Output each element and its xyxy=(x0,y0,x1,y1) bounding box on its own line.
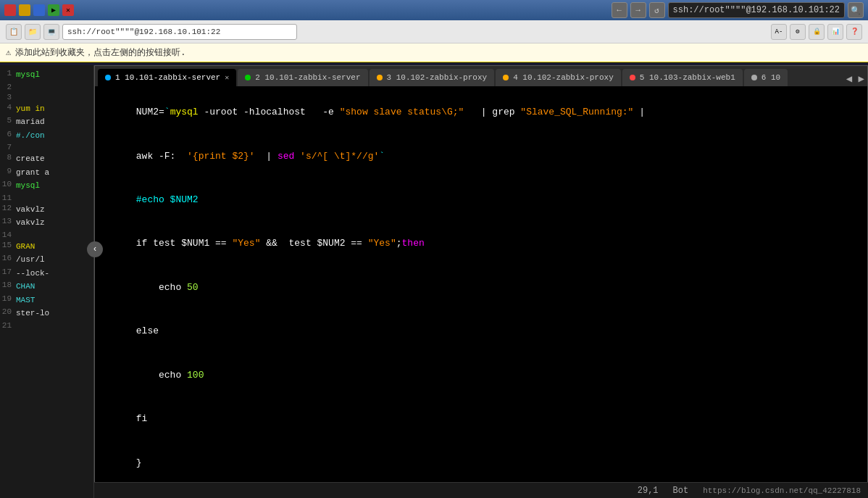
menu-btn-2[interactable]: 📁 xyxy=(25,24,41,40)
terminal-window[interactable]: 1 10.101-zabbix-server ✕ 2 10.101-zabbix… xyxy=(94,65,868,498)
tab-5[interactable]: 5 10.103-zabbix-web1 xyxy=(622,69,743,86)
sidebar-line-8: 8 create xyxy=(0,152,93,166)
tab-bar: 1 10.101-zabbix-server ✕ 2 10.101-zabbix… xyxy=(95,66,867,86)
ssh-address[interactable]: ssh://root""""@192.168.10.101:22 xyxy=(62,24,297,40)
tab-label-4: 4 10.102-zabbix-proxy xyxy=(513,73,614,82)
sidebar-line-18: 18 CHAN xyxy=(0,280,93,294)
sidebar-line-4: 4 yum in xyxy=(0,102,93,116)
tab-label-5: 5 10.103-zabbix-web1 xyxy=(640,73,735,82)
tab-2[interactable]: 2 10.101-zabbix-server xyxy=(238,69,367,86)
tab-dot-6 xyxy=(751,75,757,80)
toolbar-icon-4[interactable]: ▶ xyxy=(48,4,59,16)
sidebar: 1 mysql 2 3 4 yum in 5 mariad 6 #./con 7… xyxy=(0,65,94,498)
code-line-echo100: echo 100 xyxy=(102,354,860,397)
toolbar-extra-3[interactable]: 🔒 xyxy=(809,24,825,40)
tab-dot-4 xyxy=(503,75,509,80)
sidebar-line-5: 5 mariad xyxy=(0,115,93,129)
nav-forward[interactable]: → xyxy=(630,2,646,18)
tab-dot-5 xyxy=(630,75,635,80)
sidebar-line-10: 10 mysql xyxy=(0,179,93,193)
code-line-num2: NUM2=`mysql -uroot -hlocalhost -e "show … xyxy=(102,91,860,134)
tab-1[interactable]: 1 10.101-zabbix-server ✕ xyxy=(98,69,236,86)
sidebar-line-11: 11 xyxy=(0,193,93,203)
toolbar-icon-3[interactable] xyxy=(33,4,45,16)
toolbar-extra-1[interactable]: A- xyxy=(771,24,787,40)
sidebar-line-2: 2 xyxy=(0,82,93,92)
os-toolbar: ▶ ✕ ← → ↺ ssh://root""""@192.168.10.101:… xyxy=(0,0,868,20)
sidebar-line-9: 9 grant a xyxy=(0,166,93,180)
code-line-awk: awk -F: '{print $2}' | sed 's/^[ \t]*//g… xyxy=(102,134,860,178)
tab-label-2: 2 10.101-zabbix-server xyxy=(255,73,360,82)
tab-label-3: 3 10.102-zabbix-proxy xyxy=(387,73,488,82)
tab-label-1: 1 10.101-zabbix-server xyxy=(115,73,220,82)
sidebar-line-6: 6 #./con xyxy=(0,129,93,143)
tab-dot-2 xyxy=(245,75,251,80)
code-line-else: else xyxy=(102,310,860,353)
sidebar-line-20: 20 ster-lo xyxy=(0,307,93,320)
menu-btn-1[interactable]: 📋 xyxy=(6,24,22,40)
tab-4[interactable]: 4 10.102-zabbix-proxy xyxy=(496,69,621,86)
sidebar-line-14: 14 xyxy=(0,230,93,240)
tab-label-6: 6 10 xyxy=(761,73,780,82)
code-line-fi: fi xyxy=(102,397,860,441)
address-bar[interactable]: ssh://root""""@192.168.10.101:22 xyxy=(668,2,845,18)
sidebar-line-15: 15 GRAN xyxy=(0,240,93,254)
toolbar-icon-5[interactable]: ✕ xyxy=(62,4,74,16)
collapse-sidebar-button[interactable]: ‹ xyxy=(87,241,103,257)
code-line-echo-num2: #echo $NUM2 xyxy=(102,178,860,222)
toolbar-icon-2[interactable] xyxy=(19,4,30,16)
nav-refresh[interactable]: ↺ xyxy=(649,2,665,18)
notification-text: 添加此站到收藏夹，点击左侧的的按钮接听. xyxy=(15,46,185,59)
toolbar-extra-2[interactable]: ⚙ xyxy=(790,24,806,40)
toolbar-extra-4[interactable]: 📊 xyxy=(827,24,843,40)
notification-bar: ⚠ 添加此站到收藏夹，点击左侧的的按钮接听. xyxy=(0,43,868,62)
toolbar-icon-1[interactable] xyxy=(4,4,16,16)
tab-dot-3 xyxy=(377,75,383,80)
terminal-content[interactable]: NUM2=`mysql -uroot -hlocalhost -e "show … xyxy=(95,86,867,497)
code-line-echo50: echo 50 xyxy=(102,266,860,310)
code-line-brace: } xyxy=(102,441,860,484)
toolbar-extra-5[interactable]: ❓ xyxy=(846,24,862,40)
status-url: https://blog.csdn.net/qq_42227818 xyxy=(703,486,861,495)
sidebar-line-21: 21 xyxy=(0,320,93,331)
code-line-if: if test $NUM1 == "Yes" && test $NUM2 == … xyxy=(102,222,860,265)
sidebar-line-3: 3 xyxy=(0,92,93,102)
tab-close-1[interactable]: ✕ xyxy=(225,73,229,82)
menu-btn-3[interactable]: 💻 xyxy=(43,24,59,40)
status-bar: 29,1 Bot https://blog.csdn.net/qq_422278… xyxy=(94,482,868,498)
sidebar-line-1: 1 mysql xyxy=(0,68,93,82)
sidebar-line-7: 7 xyxy=(0,142,93,152)
ssh-url-text: ssh://root""""@192.168.10.101:22 xyxy=(67,28,220,36)
tab-dot-1 xyxy=(105,75,111,80)
tab-scroll-buttons[interactable]: ◀ ▶ xyxy=(846,72,864,86)
sidebar-line-16: 16 /usr/l xyxy=(0,253,93,267)
nav-search[interactable]: 🔍 xyxy=(848,2,864,18)
sidebar-line-12: 12 vakvlz xyxy=(0,203,93,217)
nav-back[interactable]: ← xyxy=(612,2,627,18)
sidebar-line-13: 13 vakvlz xyxy=(0,216,93,230)
tab-3[interactable]: 3 10.102-zabbix-proxy xyxy=(370,69,495,86)
tab-6[interactable]: 6 10 xyxy=(744,69,788,86)
sidebar-line-17: 17 --lock- xyxy=(0,267,93,281)
editor-mode: Bot xyxy=(673,486,689,496)
cursor-position: 29,1 xyxy=(638,486,659,496)
sidebar-line-19: 19 MAST xyxy=(0,294,93,307)
